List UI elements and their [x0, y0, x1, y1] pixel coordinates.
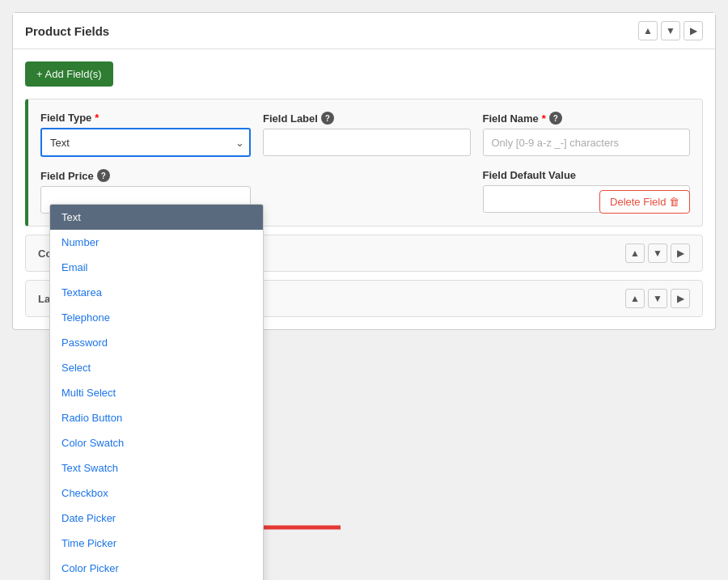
co-up-btn[interactable]: ▲	[625, 243, 645, 263]
field-type-label: Field Type*	[40, 112, 251, 124]
delete-field-button[interactable]: Delete Field 🗑	[599, 190, 690, 214]
field-name-input[interactable]	[483, 129, 691, 156]
dropdown-item-checkbox[interactable]: Checkbox	[50, 481, 263, 506]
co-down-btn[interactable]: ▼	[648, 243, 667, 263]
field-label-help-icon[interactable]: ?	[321, 112, 334, 125]
panel-content-area: Field Type* Text ⌄	[25, 99, 703, 317]
co-collapse-btn[interactable]: ▶	[671, 243, 690, 263]
lab-collapse-btn[interactable]: ▶	[671, 289, 690, 308]
add-field-button[interactable]: + Add Field(s)	[25, 61, 113, 87]
panel-title: Product Fields	[25, 24, 109, 38]
dropdown-item-select[interactable]: Select	[50, 355, 263, 380]
dropdown-item-telephone[interactable]: Telephone	[50, 305, 263, 330]
field-label-input[interactable]	[263, 129, 471, 156]
field-name-required: *	[542, 112, 546, 125]
field-name-group: Field Name* ?	[483, 112, 691, 157]
lab-up-btn[interactable]: ▲	[625, 289, 645, 308]
dropdown-item-date-picker[interactable]: Date Picker	[50, 506, 263, 531]
field-name-label: Field Name* ?	[483, 112, 691, 125]
dropdown-item-radio-button[interactable]: Radio Button	[50, 405, 263, 430]
panel-collapse-btn[interactable]: ▶	[684, 21, 703, 40]
dropdown-item-color-swatch[interactable]: Color Swatch	[50, 430, 263, 455]
field-price-label: Field Price ?	[40, 169, 251, 182]
field-price-help-icon[interactable]: ?	[97, 169, 110, 182]
dropdown-item-number[interactable]: Number	[50, 230, 263, 255]
dropdown-item-time-picker[interactable]: Time Picker	[50, 531, 263, 556]
field-name-help-icon[interactable]: ?	[549, 112, 562, 125]
field-label-label: Field Label ?	[263, 112, 471, 125]
field-label-group: Field Label ?	[263, 112, 471, 157]
dropdown-item-email[interactable]: Email	[50, 255, 263, 280]
lab-section-controls: ▲ ▼ ▶	[625, 289, 690, 308]
dropdown-item-multi-select[interactable]: Multi Select	[50, 380, 263, 405]
field-type-select-wrapper: Text ⌄	[40, 128, 251, 157]
panel-down-btn[interactable]: ▼	[661, 21, 680, 40]
dropdown-item-password[interactable]: Password	[50, 330, 263, 355]
field-type-required: *	[95, 112, 99, 124]
lab-down-btn[interactable]: ▼	[648, 289, 667, 308]
field-type-select[interactable]: Text	[40, 128, 251, 157]
spacer	[263, 169, 471, 214]
dropdown-item-textarea[interactable]: Textarea	[50, 280, 263, 305]
dropdown-item-color-picker[interactable]: Color Picker	[50, 556, 263, 580]
field-default-label: Field Default Value	[483, 169, 691, 181]
panel-header-controls: ▲ ▼ ▶	[638, 21, 703, 40]
panel-up-btn[interactable]: ▲	[638, 21, 658, 40]
dropdown-item-text-swatch[interactable]: Text Swatch	[50, 455, 263, 481]
field-type-dropdown: TextNumberEmailTextareaTelephonePassword…	[49, 204, 264, 580]
field-type-group: Field Type* Text ⌄	[40, 112, 251, 157]
dropdown-item-text[interactable]: Text	[50, 205, 263, 230]
co-section-controls: ▲ ▼ ▶	[625, 243, 690, 263]
field-card-grid: Field Type* Text ⌄	[40, 112, 690, 214]
